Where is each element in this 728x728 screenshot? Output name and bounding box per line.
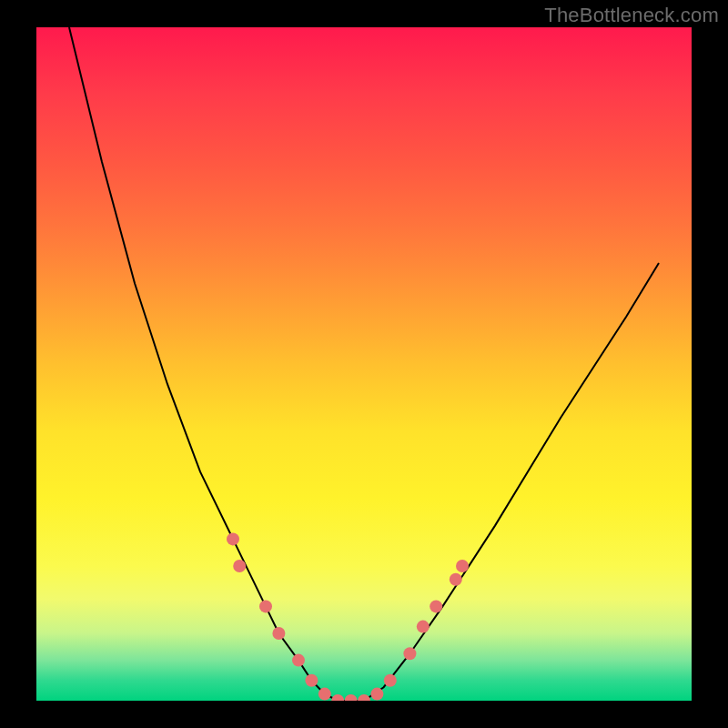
data-marker	[233, 560, 246, 572]
data-marker	[292, 654, 305, 667]
plot-area	[36, 27, 692, 701]
data-marker	[358, 694, 370, 701]
chart-frame: TheBottleneck.com	[0, 0, 728, 728]
data-marker	[345, 694, 358, 701]
data-marker	[450, 573, 462, 586]
data-marker	[331, 694, 344, 701]
data-marker	[456, 560, 469, 572]
data-marker	[305, 674, 318, 687]
data-marker	[417, 621, 430, 633]
data-marker	[227, 532, 239, 545]
data-marker	[370, 688, 383, 701]
chart-svg	[36, 27, 692, 701]
data-markers	[227, 532, 469, 701]
watermark-text: TheBottleneck.com	[544, 4, 719, 27]
data-marker	[318, 688, 331, 701]
bottleneck-curve	[69, 27, 659, 701]
data-marker	[430, 600, 442, 612]
data-marker	[272, 627, 285, 640]
data-marker	[403, 647, 416, 660]
data-marker	[384, 674, 397, 687]
data-marker	[259, 600, 272, 612]
